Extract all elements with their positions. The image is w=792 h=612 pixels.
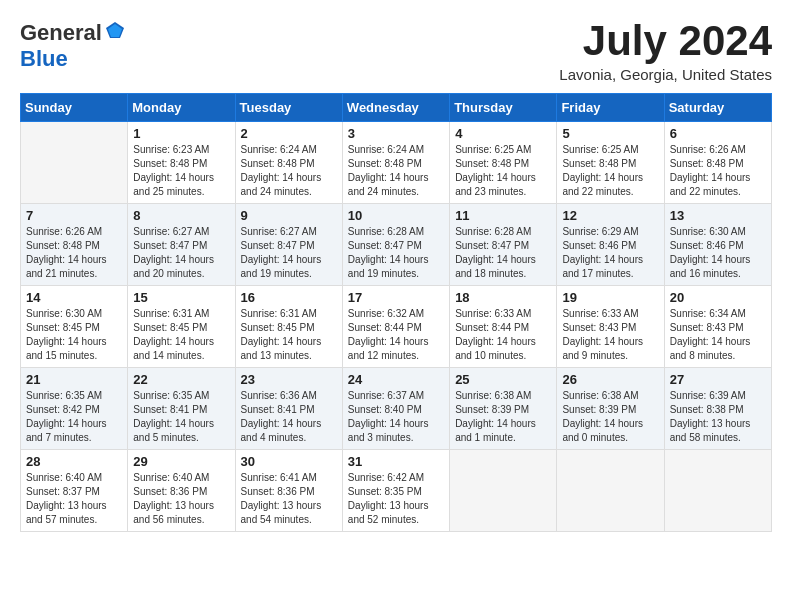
calendar-table: SundayMondayTuesdayWednesdayThursdayFrid… <box>20 93 772 532</box>
calendar-cell: 6Sunrise: 6:26 AM Sunset: 8:48 PM Daylig… <box>664 122 771 204</box>
calendar-cell <box>664 450 771 532</box>
day-info: Sunrise: 6:24 AM Sunset: 8:48 PM Dayligh… <box>241 143 337 199</box>
day-info: Sunrise: 6:42 AM Sunset: 8:35 PM Dayligh… <box>348 471 444 527</box>
day-number: 3 <box>348 126 444 141</box>
day-number: 17 <box>348 290 444 305</box>
title-block: July 2024 Lavonia, Georgia, United State… <box>559 20 772 83</box>
day-number: 15 <box>133 290 229 305</box>
calendar-cell: 5Sunrise: 6:25 AM Sunset: 8:48 PM Daylig… <box>557 122 664 204</box>
day-info: Sunrise: 6:30 AM Sunset: 8:46 PM Dayligh… <box>670 225 766 281</box>
day-number: 2 <box>241 126 337 141</box>
calendar-cell <box>21 122 128 204</box>
calendar-week-5: 28Sunrise: 6:40 AM Sunset: 8:37 PM Dayli… <box>21 450 772 532</box>
day-info: Sunrise: 6:33 AM Sunset: 8:44 PM Dayligh… <box>455 307 551 363</box>
calendar-week-3: 14Sunrise: 6:30 AM Sunset: 8:45 PM Dayli… <box>21 286 772 368</box>
day-info: Sunrise: 6:37 AM Sunset: 8:40 PM Dayligh… <box>348 389 444 445</box>
calendar-cell: 24Sunrise: 6:37 AM Sunset: 8:40 PM Dayli… <box>342 368 449 450</box>
day-info: Sunrise: 6:38 AM Sunset: 8:39 PM Dayligh… <box>455 389 551 445</box>
day-number: 1 <box>133 126 229 141</box>
calendar-cell: 7Sunrise: 6:26 AM Sunset: 8:48 PM Daylig… <box>21 204 128 286</box>
logo-blue-text: Blue <box>20 46 68 71</box>
calendar-cell: 12Sunrise: 6:29 AM Sunset: 8:46 PM Dayli… <box>557 204 664 286</box>
calendar-cell: 31Sunrise: 6:42 AM Sunset: 8:35 PM Dayli… <box>342 450 449 532</box>
day-number: 7 <box>26 208 122 223</box>
day-info: Sunrise: 6:29 AM Sunset: 8:46 PM Dayligh… <box>562 225 658 281</box>
day-number: 24 <box>348 372 444 387</box>
calendar-cell: 27Sunrise: 6:39 AM Sunset: 8:38 PM Dayli… <box>664 368 771 450</box>
day-number: 23 <box>241 372 337 387</box>
day-info: Sunrise: 6:40 AM Sunset: 8:36 PM Dayligh… <box>133 471 229 527</box>
day-info: Sunrise: 6:32 AM Sunset: 8:44 PM Dayligh… <box>348 307 444 363</box>
logo-flag-icon <box>104 20 126 42</box>
day-info: Sunrise: 6:27 AM Sunset: 8:47 PM Dayligh… <box>241 225 337 281</box>
day-info: Sunrise: 6:40 AM Sunset: 8:37 PM Dayligh… <box>26 471 122 527</box>
day-info: Sunrise: 6:30 AM Sunset: 8:45 PM Dayligh… <box>26 307 122 363</box>
day-number: 22 <box>133 372 229 387</box>
calendar-cell: 8Sunrise: 6:27 AM Sunset: 8:47 PM Daylig… <box>128 204 235 286</box>
calendar-cell: 21Sunrise: 6:35 AM Sunset: 8:42 PM Dayli… <box>21 368 128 450</box>
day-number: 12 <box>562 208 658 223</box>
calendar-cell: 14Sunrise: 6:30 AM Sunset: 8:45 PM Dayli… <box>21 286 128 368</box>
day-info: Sunrise: 6:26 AM Sunset: 8:48 PM Dayligh… <box>670 143 766 199</box>
day-number: 6 <box>670 126 766 141</box>
day-info: Sunrise: 6:39 AM Sunset: 8:38 PM Dayligh… <box>670 389 766 445</box>
logo-general-text: General <box>20 20 102 46</box>
calendar-cell <box>450 450 557 532</box>
day-number: 9 <box>241 208 337 223</box>
calendar-cell: 29Sunrise: 6:40 AM Sunset: 8:36 PM Dayli… <box>128 450 235 532</box>
day-number: 11 <box>455 208 551 223</box>
calendar-cell: 23Sunrise: 6:36 AM Sunset: 8:41 PM Dayli… <box>235 368 342 450</box>
calendar-week-4: 21Sunrise: 6:35 AM Sunset: 8:42 PM Dayli… <box>21 368 772 450</box>
calendar-cell: 11Sunrise: 6:28 AM Sunset: 8:47 PM Dayli… <box>450 204 557 286</box>
day-number: 26 <box>562 372 658 387</box>
day-number: 25 <box>455 372 551 387</box>
calendar-cell: 2Sunrise: 6:24 AM Sunset: 8:48 PM Daylig… <box>235 122 342 204</box>
day-info: Sunrise: 6:38 AM Sunset: 8:39 PM Dayligh… <box>562 389 658 445</box>
calendar-cell: 13Sunrise: 6:30 AM Sunset: 8:46 PM Dayli… <box>664 204 771 286</box>
day-number: 28 <box>26 454 122 469</box>
calendar-cell: 19Sunrise: 6:33 AM Sunset: 8:43 PM Dayli… <box>557 286 664 368</box>
column-header-monday: Monday <box>128 94 235 122</box>
day-number: 27 <box>670 372 766 387</box>
day-number: 13 <box>670 208 766 223</box>
calendar-cell: 4Sunrise: 6:25 AM Sunset: 8:48 PM Daylig… <box>450 122 557 204</box>
calendar-cell: 25Sunrise: 6:38 AM Sunset: 8:39 PM Dayli… <box>450 368 557 450</box>
day-info: Sunrise: 6:31 AM Sunset: 8:45 PM Dayligh… <box>241 307 337 363</box>
day-number: 4 <box>455 126 551 141</box>
day-info: Sunrise: 6:27 AM Sunset: 8:47 PM Dayligh… <box>133 225 229 281</box>
column-header-friday: Friday <box>557 94 664 122</box>
month-year-title: July 2024 <box>559 20 772 62</box>
day-info: Sunrise: 6:31 AM Sunset: 8:45 PM Dayligh… <box>133 307 229 363</box>
calendar-cell: 3Sunrise: 6:24 AM Sunset: 8:48 PM Daylig… <box>342 122 449 204</box>
location-label: Lavonia, Georgia, United States <box>559 66 772 83</box>
calendar-cell: 17Sunrise: 6:32 AM Sunset: 8:44 PM Dayli… <box>342 286 449 368</box>
day-number: 8 <box>133 208 229 223</box>
calendar-cell: 18Sunrise: 6:33 AM Sunset: 8:44 PM Dayli… <box>450 286 557 368</box>
day-info: Sunrise: 6:26 AM Sunset: 8:48 PM Dayligh… <box>26 225 122 281</box>
column-header-thursday: Thursday <box>450 94 557 122</box>
day-number: 29 <box>133 454 229 469</box>
day-info: Sunrise: 6:34 AM Sunset: 8:43 PM Dayligh… <box>670 307 766 363</box>
column-header-tuesday: Tuesday <box>235 94 342 122</box>
day-info: Sunrise: 6:24 AM Sunset: 8:48 PM Dayligh… <box>348 143 444 199</box>
page-header: General Blue July 2024 Lavonia, Georgia,… <box>20 20 772 83</box>
day-number: 20 <box>670 290 766 305</box>
calendar-cell: 15Sunrise: 6:31 AM Sunset: 8:45 PM Dayli… <box>128 286 235 368</box>
calendar-cell: 20Sunrise: 6:34 AM Sunset: 8:43 PM Dayli… <box>664 286 771 368</box>
calendar-header: SundayMondayTuesdayWednesdayThursdayFrid… <box>21 94 772 122</box>
day-info: Sunrise: 6:41 AM Sunset: 8:36 PM Dayligh… <box>241 471 337 527</box>
day-info: Sunrise: 6:35 AM Sunset: 8:41 PM Dayligh… <box>133 389 229 445</box>
logo: General Blue <box>20 20 126 72</box>
calendar-cell: 26Sunrise: 6:38 AM Sunset: 8:39 PM Dayli… <box>557 368 664 450</box>
day-number: 31 <box>348 454 444 469</box>
day-info: Sunrise: 6:33 AM Sunset: 8:43 PM Dayligh… <box>562 307 658 363</box>
day-number: 10 <box>348 208 444 223</box>
day-number: 14 <box>26 290 122 305</box>
day-number: 30 <box>241 454 337 469</box>
day-number: 16 <box>241 290 337 305</box>
calendar-cell: 9Sunrise: 6:27 AM Sunset: 8:47 PM Daylig… <box>235 204 342 286</box>
day-info: Sunrise: 6:28 AM Sunset: 8:47 PM Dayligh… <box>455 225 551 281</box>
calendar-body: 1Sunrise: 6:23 AM Sunset: 8:48 PM Daylig… <box>21 122 772 532</box>
day-info: Sunrise: 6:36 AM Sunset: 8:41 PM Dayligh… <box>241 389 337 445</box>
calendar-cell: 1Sunrise: 6:23 AM Sunset: 8:48 PM Daylig… <box>128 122 235 204</box>
